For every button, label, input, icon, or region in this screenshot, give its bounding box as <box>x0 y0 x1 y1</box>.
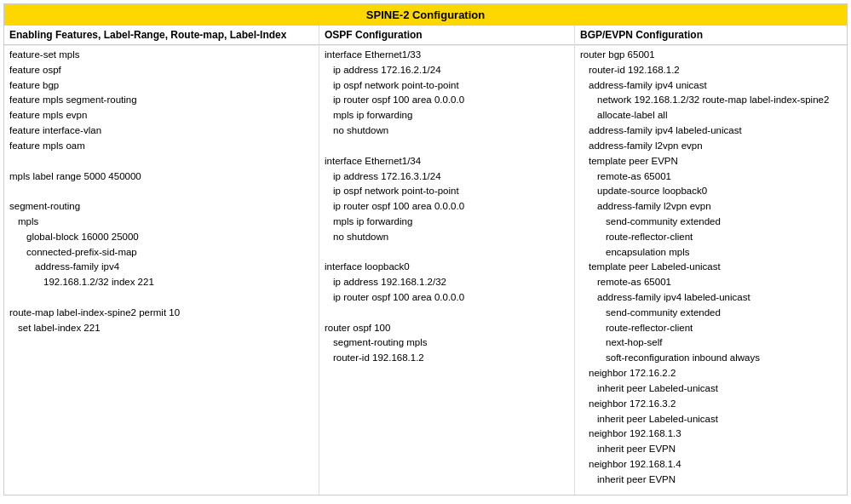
list-item: interface loopback0 <box>325 260 569 275</box>
list-item: template peer EVPN <box>580 154 842 169</box>
list-item: neighbor 172.16.3.2 <box>580 397 842 412</box>
list-item: route-reflector-client <box>580 230 842 245</box>
list-item <box>325 245 569 261</box>
list-item: feature mpls oam <box>9 139 313 154</box>
list-item <box>9 290 313 306</box>
list-item: network 192.168.1.2/32 route-map label-i… <box>580 93 842 108</box>
list-item: ip address 172.16.3.1/24 <box>325 169 569 185</box>
list-item: remote-as 65001 <box>580 169 842 185</box>
list-item: inherit peer Labeled-unicast <box>580 381 842 397</box>
title-text: SPINE-2 Configuration <box>366 9 485 21</box>
list-item: remote-as 65001 <box>580 275 842 290</box>
list-item: interface Ethernet1/34 <box>325 154 569 169</box>
page-title: SPINE-2 Configuration <box>4 4 847 26</box>
list-item: mpls ip forwarding <box>325 215 569 230</box>
list-item: template peer Labeled-unicast <box>580 260 842 275</box>
list-item: address-family ipv4 labeled-unicast <box>580 290 842 306</box>
list-item: route-reflector-client <box>580 321 842 336</box>
list-item: address-family ipv4 labeled-unicast <box>580 123 842 139</box>
col3-content: router bgp 65001router-id 192.168.1.2add… <box>575 46 847 495</box>
list-item: mpls label range 5000 450000 <box>9 169 313 185</box>
list-item: feature-set mpls <box>9 48 313 63</box>
list-item: send-community extended <box>580 215 842 230</box>
list-item: neighbor 192.168.1.4 <box>580 457 842 472</box>
list-item: feature interface-vlan <box>9 123 313 139</box>
col2-content: interface Ethernet1/33ip address 172.16.… <box>319 46 575 495</box>
list-item: connected-prefix-sid-map <box>9 245 313 261</box>
list-item: router bgp 65001 <box>580 48 842 63</box>
list-item: ip router ospf 100 area 0.0.0.0 <box>325 199 569 215</box>
list-item: set label-index 221 <box>9 321 313 336</box>
list-item: address-family ipv4 <box>9 260 313 275</box>
list-item: router ospf 100 <box>325 321 569 336</box>
list-item: interface Ethernet1/33 <box>325 48 569 63</box>
list-item <box>325 306 569 321</box>
header-row: Enabling Features, Label-Range, Route-ma… <box>4 26 847 45</box>
list-item: mpls <box>9 215 313 230</box>
list-item: next-hop-self <box>580 335 842 351</box>
list-item: neighbor 192.168.1.3 <box>580 427 842 442</box>
list-item: feature bgp <box>9 78 313 94</box>
list-item: ip router ospf 100 area 0.0.0.0 <box>325 93 569 108</box>
list-item: send-community extended <box>580 306 842 321</box>
list-item: route-map label-index-spine2 permit 10 <box>9 306 313 321</box>
list-item: ip address 172.16.2.1/24 <box>325 63 569 78</box>
list-item: no shutdown <box>325 230 569 245</box>
main-container: SPINE-2 Configuration Enabling Features,… <box>3 3 848 495</box>
col2-header: OSPF Configuration <box>319 26 575 44</box>
list-item: ip address 192.168.1.2/32 <box>325 275 569 290</box>
list-item <box>9 154 313 169</box>
list-item: address-family l2vpn evpn <box>580 199 842 215</box>
list-item: encapsulation mpls <box>580 245 842 261</box>
list-item: update-source loopback0 <box>580 184 842 199</box>
content-row: feature-set mplsfeature ospffeature bgpf… <box>4 45 847 495</box>
list-item: address-family l2vpn evpn <box>580 139 842 154</box>
col1-content: feature-set mplsfeature ospffeature bgpf… <box>4 46 319 495</box>
list-item: inherit peer Labeled-unicast <box>580 412 842 427</box>
list-item: allocate-label all <box>580 108 842 123</box>
list-item: router-id 192.168.1.2 <box>580 63 842 78</box>
list-item: ip router ospf 100 area 0.0.0.0 <box>325 290 569 306</box>
list-item: router-id 192.168.1.2 <box>325 351 569 366</box>
list-item: feature ospf <box>9 63 313 78</box>
list-item: inherit peer EVPN <box>580 442 842 457</box>
list-item: no shutdown <box>325 123 569 139</box>
list-item: global-block 16000 25000 <box>9 230 313 245</box>
list-item: ip ospf network point-to-point <box>325 78 569 94</box>
list-item: segment-routing <box>9 199 313 215</box>
list-item: neighbor 172.16.2.2 <box>580 366 842 381</box>
list-item <box>325 139 569 154</box>
col1-header: Enabling Features, Label-Range, Route-ma… <box>4 26 319 44</box>
list-item: ip ospf network point-to-point <box>325 184 569 199</box>
list-item <box>9 184 313 199</box>
list-item: soft-reconfiguration inbound always <box>580 351 842 366</box>
list-item: inherit peer EVPN <box>580 472 842 488</box>
list-item: feature mpls evpn <box>9 108 313 123</box>
list-item: mpls ip forwarding <box>325 108 569 123</box>
list-item: segment-routing mpls <box>325 335 569 351</box>
list-item: address-family ipv4 unicast <box>580 78 842 94</box>
list-item: 192.168.1.2/32 index 221 <box>9 275 313 290</box>
list-item: feature mpls segment-routing <box>9 93 313 108</box>
col3-header: BGP/EVPN Configuration <box>575 26 847 44</box>
